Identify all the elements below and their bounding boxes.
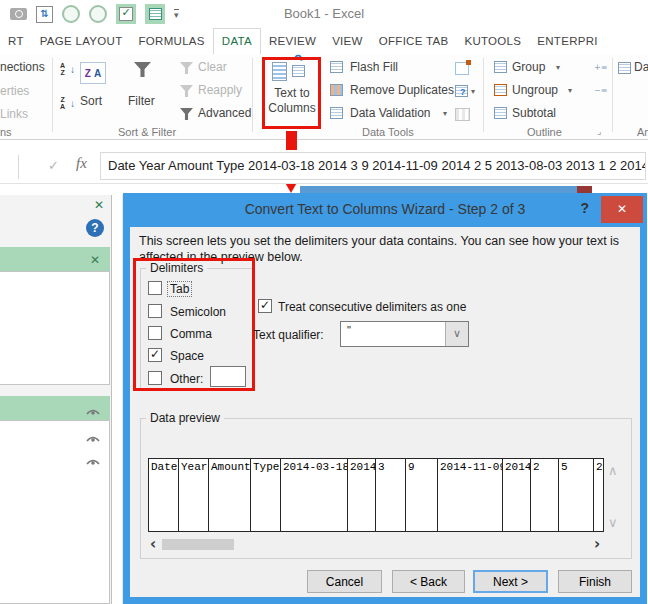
filter-button[interactable]: Filter [128,94,155,108]
formula-input[interactable]: Date Year Amount Type 2014-03-18 2014 3 … [100,152,646,180]
tab-insert-partial[interactable]: RT [0,28,32,54]
preview-scroll-up-icon[interactable]: ∧ [608,463,618,478]
data-preview-legend: Data preview [146,411,224,425]
task-pane: ✕ ? ✕ [0,195,112,604]
consolidate-icon[interactable] [455,62,468,74]
flash-fill-icon [330,61,343,73]
advanced-filter-icon [180,108,193,120]
preview-scroll-down-icon[interactable]: ∨ [608,515,618,530]
clear-button[interactable]: Clear [198,60,227,74]
formula-bar: ✓ fx Date Year Amount Type 2014-03-18 20… [0,150,648,184]
tab-kutools[interactable]: KUTOOLS [456,28,529,54]
chevron-down-icon[interactable]: ∨ [445,322,468,346]
data-analysis-icon [618,62,631,74]
ribbon-tab-bar: RT PAGE LAYOUT FORMULAS DATA REVIEW VIEW… [0,28,648,54]
insert-function-icon[interactable]: fx [76,155,87,172]
text-to-columns-wizard-dialog: Convert Text to Columns Wizard - Step 2 … [123,193,647,604]
highlight-box-delimiters [133,258,255,391]
worksheet-sliver [112,195,123,604]
dialog-close-button[interactable]: ✕ [601,196,643,223]
preview-hscroll-thumb[interactable] [162,539,234,550]
advanced-button[interactable]: Advanced [198,106,251,120]
highlight-box-text-to-columns [262,57,321,129]
tab-view[interactable]: VIEW [324,28,371,54]
ungroup-icon [494,84,507,96]
treat-consecutive-checkbox[interactable]: ✓ [258,299,272,313]
tab-review[interactable]: REVIEW [261,28,324,54]
preview-cell: 20 [594,459,604,531]
what-if-caret-icon[interactable]: ▾ [471,87,475,96]
reapply-icon [180,85,193,97]
data-validation-button[interactable]: Data Validation [350,106,431,120]
preview-cell: Date [149,459,179,531]
pane-section-header[interactable]: ✕ [0,247,110,271]
connections-group-label-partial: ns [0,126,12,138]
sort-az-icon[interactable]: AZ [60,62,65,76]
group-icon [494,61,507,73]
sort-icon[interactable]: ZA [80,62,106,84]
sort-za-icon[interactable]: ZA [60,96,65,110]
text-qualifier-label: Text qualifier: [253,328,324,342]
eye-icon[interactable] [86,453,100,471]
remove-duplicates-button[interactable]: Remove Duplicates [350,83,454,97]
edit-links-button-partial[interactable]: Links [0,107,28,121]
data-analysis-button-partial[interactable]: Dat [634,60,648,74]
pane-section-header[interactable] [0,396,110,420]
preview-cell: Year [179,459,209,531]
hide-detail-icon[interactable]: −≡ [594,86,607,95]
back-button[interactable]: < Back [392,570,465,593]
preview-cell: Amount [209,459,251,531]
dialog-title: Convert Text to Columns Wizard - Step 2 … [123,193,647,227]
tab-data[interactable]: DATA [213,28,261,54]
sort-az-arrow-icon: ↓ [70,66,75,73]
dialog-body: This screen lets you set the delimiters … [130,227,640,597]
remove-duplicates-icon [330,84,343,96]
preview-cell: 5 [559,459,594,531]
sort-za-arrow-icon: ↓ [70,100,75,107]
filter-icon[interactable] [134,62,151,77]
pane-help-icon[interactable]: ? [86,219,104,237]
dialog-help-icon[interactable]: ? [580,200,589,216]
preview-cell: 2014-03-18 [281,459,348,531]
section-close-icon[interactable]: ✕ [90,253,100,267]
subtotal-icon [494,107,507,119]
flash-fill-button[interactable]: Flash Fill [350,60,398,74]
data-preview-table[interactable]: Date Year Amount Type 2014-03-18 2014 3 … [148,458,604,532]
preview-scroll-left-icon[interactable]: ‹ [150,537,156,551]
outline-dialog-launcher-icon[interactable]: ⌟ [597,126,601,136]
clear-filter-icon [180,62,193,74]
subtotal-button[interactable]: Subtotal [512,106,556,120]
finish-button[interactable]: Finish [558,570,632,593]
data-tools-group-label: Data Tools [362,126,414,138]
preview-cell: Type [251,459,281,531]
data-validation-caret-icon[interactable]: ▾ [443,109,447,118]
tab-enterprise-partial[interactable]: ENTERPRI [529,28,606,54]
preview-scroll-right-icon[interactable]: › [594,537,600,551]
eye-icon[interactable] [86,430,100,448]
text-qualifier-dropdown[interactable]: " ∨ [340,321,469,347]
treat-consecutive-label[interactable]: Treat consecutive delimiters as one [278,300,466,314]
eye-icon[interactable] [86,403,100,421]
tab-formulas[interactable]: FORMULAS [131,28,213,54]
preview-cell: 2014-11-09 [438,459,503,531]
properties-button-partial[interactable]: erties [0,84,29,98]
preview-cell: 9 [406,459,438,531]
ungroup-caret-icon[interactable]: ▾ [568,86,572,95]
reapply-button[interactable]: Reapply [198,83,242,97]
next-button[interactable]: Next > [473,570,548,593]
show-detail-icon[interactable]: +≡ [594,63,607,72]
pane-list-box [0,420,110,604]
enter-check-icon[interactable]: ✓ [48,158,59,173]
tab-page-layout[interactable]: PAGE LAYOUT [32,28,131,54]
group-button[interactable]: Group [512,60,545,74]
group-caret-icon[interactable]: ▾ [556,63,560,72]
connections-button-partial[interactable]: nections [0,60,45,74]
tab-office-tab[interactable]: OFFICE TAB [371,28,457,54]
sort-button[interactable]: Sort [80,94,102,108]
sort-filter-group-label: Sort & Filter [118,126,176,138]
pane-close-icon[interactable]: ✕ [94,198,104,212]
cancel-button[interactable]: Cancel [307,570,382,593]
ungroup-button[interactable]: Ungroup [512,83,558,97]
preview-cell: 2 [531,459,559,531]
preview-cell: 2014 [348,459,376,531]
